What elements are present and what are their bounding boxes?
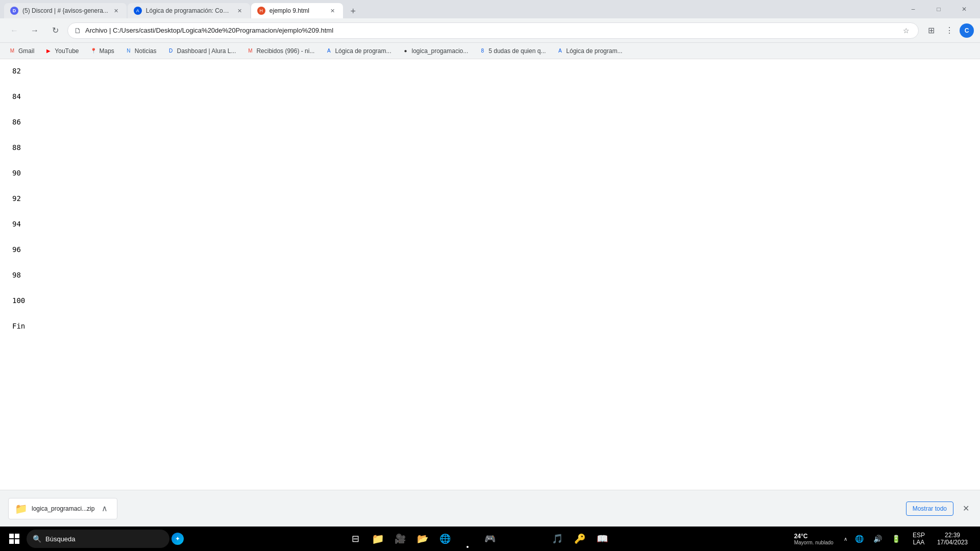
start-button[interactable] xyxy=(4,529,24,549)
download-bar: 📁 logica_programaci...zip ∧ Mostrar todo… xyxy=(0,490,980,527)
bookmark-favicon-gmail: M xyxy=(8,47,16,55)
bookmark-logica2[interactable]: A Lógica de program... xyxy=(552,45,626,57)
address-bar-actions: ☆ xyxy=(900,24,912,37)
tab-close-ejemplo[interactable]: ✕ xyxy=(329,7,337,15)
bookmark-favicon-logica2: A xyxy=(556,47,564,55)
back-button[interactable]: ← xyxy=(6,22,22,39)
taskbar-files-button[interactable]: 📂 xyxy=(412,529,433,549)
taskbar-app7-button[interactable]: ✉ xyxy=(615,529,635,549)
bookmark-favicon-dashboard: D xyxy=(167,47,175,55)
bookmark-recibidos[interactable]: M Recibidos (996) - ni... xyxy=(242,45,318,57)
tab-title-discord: (5) Discord | # {avisos-genera... xyxy=(22,7,108,14)
taskbar-app1-button[interactable]: 🎮 xyxy=(480,529,500,549)
bookmarks-bar: M Gmail ▶ YouTube 📍 Maps N Noticias D Da… xyxy=(0,43,980,59)
reload-button[interactable]: ↻ xyxy=(47,22,63,39)
tab-favicon-ejemplo: H xyxy=(257,7,265,15)
taskbar: 🔍 Búsqueda ✦ ⊟ 📁 🎥 📂 🌐 ⬤ xyxy=(0,527,980,551)
tab-title-logica: Lógica de programación: Conce... xyxy=(146,7,232,14)
tab-favicon-discord: D xyxy=(10,7,18,15)
bookmark-favicon-logica1: A xyxy=(325,47,333,55)
fin-label: Fin xyxy=(12,322,968,330)
weather-description: Mayorm. nublado xyxy=(794,540,834,545)
language-selector[interactable]: ESP LAA xyxy=(909,530,929,548)
taskbar-filemgr-button[interactable]: 📁 xyxy=(368,529,388,549)
weather-icon: 🌤 xyxy=(783,534,792,544)
tray-expand-button[interactable]: ∧ xyxy=(842,534,849,544)
bookmark-gmail[interactable]: M Gmail xyxy=(4,45,38,57)
language-subtext: LAA xyxy=(913,539,925,546)
bookmark-github[interactable]: ● logica_progamacio... xyxy=(398,45,473,57)
windows-logo-icon xyxy=(9,534,19,544)
number-90: 90 xyxy=(12,169,968,177)
taskbar-search-bar[interactable]: 🔍 Búsqueda xyxy=(27,530,169,548)
taskbar-chrome-button[interactable]: ⬤ xyxy=(457,529,478,549)
bookmark-youtube[interactable]: ▶ YouTube xyxy=(40,45,83,57)
forward-button[interactable]: → xyxy=(27,22,43,39)
download-folder-icon: 📁 xyxy=(15,503,28,515)
taskbar-icons: ⊟ 📁 🎥 📂 🌐 ⬤ 🎮 🛡 xyxy=(345,529,635,549)
download-expand-button[interactable]: ∧ xyxy=(99,503,111,515)
bookmark-star-icon[interactable]: ☆ xyxy=(900,24,912,37)
download-bar-close-button[interactable]: ✕ xyxy=(960,503,972,515)
clock-time: 22:39 xyxy=(945,532,960,539)
clock-date: 17/04/2023 xyxy=(937,539,968,546)
download-item: 📁 logica_programaci...zip ∧ xyxy=(8,498,117,519)
new-tab-button[interactable]: + xyxy=(346,4,360,18)
profile-button[interactable]: C xyxy=(960,23,974,38)
taskbar-app3-button[interactable]: ☠ xyxy=(525,529,545,549)
bookmark-noticias[interactable]: N Noticias xyxy=(120,45,161,57)
number-86: 86 xyxy=(12,118,968,126)
number-94: 94 xyxy=(12,220,968,228)
tray-network-icon[interactable]: 🌐 xyxy=(851,529,868,549)
tabs-area: D (5) Discord | # {avisos-genera... ✕ A … xyxy=(4,0,901,18)
tab-close-logica[interactable]: ✕ xyxy=(236,7,244,15)
taskbar-app2-button[interactable]: 🛡 xyxy=(502,529,523,549)
weather-info: 24°C Mayorm. nublado xyxy=(794,533,834,545)
bookmark-logica1[interactable]: A Lógica de program... xyxy=(321,45,395,57)
title-bar: D (5) Discord | # {avisos-genera... ✕ A … xyxy=(0,0,980,18)
tab-logica[interactable]: A Lógica de programación: Conce... ✕ xyxy=(128,3,250,18)
tray-volume-icon[interactable]: 🔊 xyxy=(870,529,886,549)
maximize-button[interactable]: □ xyxy=(927,0,950,18)
language-text: ESP xyxy=(913,532,925,539)
taskbar-app4-button[interactable]: 🎵 xyxy=(547,529,568,549)
bookmark-label-maps: Maps xyxy=(100,47,114,55)
number-84: 84 xyxy=(12,93,968,100)
clock-widget[interactable]: 22:39 17/04/2023 xyxy=(933,530,972,548)
taskbar-edge-button[interactable]: 🌐 xyxy=(435,529,455,549)
bookmark-label-logica1: Lógica de program... xyxy=(335,47,391,55)
chrome-active-indicator xyxy=(467,546,469,548)
bookmark-dashboard[interactable]: D Dashboard | Alura L... xyxy=(163,45,240,57)
address-security-icon: 🗋 xyxy=(74,27,81,35)
number-82: 82 xyxy=(12,67,968,74)
taskbar-search-label: Búsqueda xyxy=(45,535,76,543)
number-92: 92 xyxy=(12,195,968,202)
tray-battery-icon[interactable]: 🔋 xyxy=(888,529,904,549)
taskbar-taskview-button[interactable]: ⊟ xyxy=(345,529,365,549)
tab-close-discord[interactable]: ✕ xyxy=(112,7,120,15)
minimize-button[interactable]: – xyxy=(901,0,925,18)
extensions-button[interactable]: ⊞ xyxy=(923,22,939,39)
weather-widget[interactable]: 🌤 24°C Mayorm. nublado xyxy=(779,533,838,545)
page-content: 82 84 86 88 90 92 94 96 98 100 Fin xyxy=(0,59,980,490)
weather-temperature: 24°C xyxy=(794,533,834,540)
show-all-downloads-button[interactable]: Mostrar todo xyxy=(906,502,953,516)
bookmark-favicon-github: ● xyxy=(402,47,410,55)
bookmark-maps[interactable]: 📍 Maps xyxy=(85,45,118,57)
taskbar-meet-button[interactable]: 🎥 xyxy=(390,529,410,549)
bookmark-label-5dudas: 5 dudas de quien q... xyxy=(488,47,546,55)
download-info: logica_programaci...zip xyxy=(32,505,94,512)
tab-ejemplo[interactable]: H ejemplo 9.html ✕ xyxy=(251,3,343,18)
browser-menu-button[interactable]: ⋮ xyxy=(941,22,958,39)
address-bar[interactable]: 🗋 Archivo | C:/Users/casti/Desktop/Logic… xyxy=(67,22,919,39)
nav-extras: ⊞ ⋮ C xyxy=(923,22,974,39)
taskbar-app5-button[interactable]: 🔑 xyxy=(570,529,590,549)
tab-favicon-logica: A xyxy=(134,7,142,15)
cortana-button[interactable]: ✦ xyxy=(172,533,184,545)
bookmark-label-logica2: Lógica de program... xyxy=(566,47,622,55)
close-button[interactable]: ✕ xyxy=(952,0,976,18)
bookmark-5dudas[interactable]: 8 5 dudas de quien q... xyxy=(474,45,550,57)
tab-discord[interactable]: D (5) Discord | # {avisos-genera... ✕ xyxy=(4,3,127,18)
address-url: Archivo | C:/Users/casti/Desktop/Logica%… xyxy=(85,27,896,34)
taskbar-app6-button[interactable]: 📖 xyxy=(592,529,612,549)
